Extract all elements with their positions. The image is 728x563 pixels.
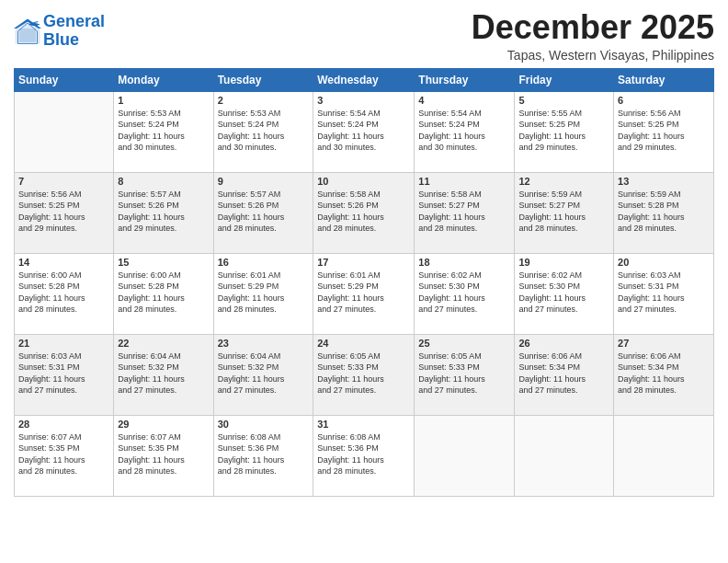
calendar-cell: 9Sunrise: 5:57 AM Sunset: 5:26 PM Daylig… (213, 172, 313, 253)
day-info: Sunrise: 5:54 AM Sunset: 5:24 PM Dayligh… (418, 108, 510, 154)
day-number: 6 (618, 95, 710, 106)
day-info: Sunrise: 6:08 AM Sunset: 5:36 PM Dayligh… (317, 431, 410, 477)
page: General Blue December 2025 Tapas, Wester… (0, 0, 728, 563)
day-number: 30 (218, 419, 310, 430)
calendar-cell: 31Sunrise: 6:08 AM Sunset: 5:36 PM Dayli… (313, 415, 415, 496)
logo-general: General (43, 12, 105, 30)
day-info: Sunrise: 5:56 AM Sunset: 5:25 PM Dayligh… (18, 189, 109, 235)
day-number: 31 (317, 419, 410, 430)
day-info: Sunrise: 6:04 AM Sunset: 5:32 PM Dayligh… (218, 350, 310, 396)
day-number: 15 (118, 257, 209, 268)
day-info: Sunrise: 5:59 AM Sunset: 5:28 PM Dayligh… (618, 189, 710, 235)
day-info: Sunrise: 6:03 AM Sunset: 5:31 PM Dayligh… (18, 350, 109, 396)
day-number: 26 (518, 338, 609, 349)
day-number: 2 (218, 95, 310, 106)
day-number: 9 (218, 176, 310, 187)
calendar-cell: 13Sunrise: 5:59 AM Sunset: 5:28 PM Dayli… (614, 172, 714, 253)
weekday-header-tuesday: Tuesday (213, 68, 313, 91)
logo-blue: Blue (43, 30, 79, 49)
day-number: 23 (218, 338, 310, 349)
day-number: 13 (618, 176, 710, 187)
day-info: Sunrise: 5:56 AM Sunset: 5:25 PM Dayligh… (618, 108, 710, 154)
day-info: Sunrise: 5:53 AM Sunset: 5:24 PM Dayligh… (118, 108, 209, 154)
day-number: 14 (18, 257, 109, 268)
calendar-cell: 21Sunrise: 6:03 AM Sunset: 5:31 PM Dayli… (15, 334, 114, 415)
calendar-cell: 17Sunrise: 6:01 AM Sunset: 5:29 PM Dayli… (313, 253, 415, 334)
calendar-cell: 7Sunrise: 5:56 AM Sunset: 5:25 PM Daylig… (15, 172, 114, 253)
day-number: 12 (518, 176, 609, 187)
day-info: Sunrise: 6:01 AM Sunset: 5:29 PM Dayligh… (317, 270, 410, 316)
day-info: Sunrise: 6:03 AM Sunset: 5:31 PM Dayligh… (618, 270, 710, 316)
calendar-cell: 1Sunrise: 5:53 AM Sunset: 5:24 PM Daylig… (114, 91, 213, 172)
weekday-header-sunday: Sunday (15, 68, 114, 91)
day-number: 10 (317, 176, 410, 187)
day-info: Sunrise: 6:02 AM Sunset: 5:30 PM Dayligh… (518, 270, 609, 316)
day-number: 22 (118, 338, 209, 349)
day-number: 25 (418, 338, 510, 349)
day-info: Sunrise: 5:55 AM Sunset: 5:25 PM Dayligh… (518, 108, 609, 154)
calendar-cell: 11Sunrise: 5:58 AM Sunset: 5:27 PM Dayli… (415, 172, 515, 253)
calendar-cell: 22Sunrise: 6:04 AM Sunset: 5:32 PM Dayli… (114, 334, 213, 415)
day-number: 19 (518, 257, 609, 268)
calendar-cell: 27Sunrise: 6:06 AM Sunset: 5:34 PM Dayli… (614, 334, 714, 415)
day-number: 29 (118, 419, 209, 430)
calendar-cell (515, 415, 614, 496)
day-number: 7 (18, 176, 109, 187)
calendar-cell (415, 415, 515, 496)
day-info: Sunrise: 6:00 AM Sunset: 5:28 PM Dayligh… (118, 270, 209, 316)
month-title: December 2025 (472, 9, 714, 46)
day-number: 1 (118, 95, 209, 106)
logo-icon (14, 17, 41, 45)
calendar-cell: 18Sunrise: 6:02 AM Sunset: 5:30 PM Dayli… (415, 253, 515, 334)
weekday-header-monday: Monday (114, 68, 213, 91)
day-info: Sunrise: 5:57 AM Sunset: 5:26 PM Dayligh… (118, 189, 209, 235)
day-info: Sunrise: 6:05 AM Sunset: 5:33 PM Dayligh… (317, 350, 410, 396)
calendar-cell: 19Sunrise: 6:02 AM Sunset: 5:30 PM Dayli… (515, 253, 614, 334)
calendar-cell: 16Sunrise: 6:01 AM Sunset: 5:29 PM Dayli… (213, 253, 313, 334)
calendar-cell: 3Sunrise: 5:54 AM Sunset: 5:24 PM Daylig… (313, 91, 415, 172)
day-number: 3 (317, 95, 410, 106)
day-info: Sunrise: 6:01 AM Sunset: 5:29 PM Dayligh… (218, 270, 310, 316)
day-info: Sunrise: 5:53 AM Sunset: 5:24 PM Dayligh… (218, 108, 310, 154)
day-number: 20 (618, 257, 710, 268)
calendar-cell: 24Sunrise: 6:05 AM Sunset: 5:33 PM Dayli… (313, 334, 415, 415)
logo-text: General Blue (43, 13, 105, 50)
calendar-cell: 10Sunrise: 5:58 AM Sunset: 5:26 PM Dayli… (313, 172, 415, 253)
calendar-cell: 2Sunrise: 5:53 AM Sunset: 5:24 PM Daylig… (213, 91, 313, 172)
day-info: Sunrise: 6:07 AM Sunset: 5:35 PM Dayligh… (18, 431, 109, 477)
calendar-week-row: 7Sunrise: 5:56 AM Sunset: 5:25 PM Daylig… (15, 172, 714, 253)
day-info: Sunrise: 6:06 AM Sunset: 5:34 PM Dayligh… (618, 350, 710, 396)
weekday-header-saturday: Saturday (614, 68, 714, 91)
calendar-cell: 15Sunrise: 6:00 AM Sunset: 5:28 PM Dayli… (114, 253, 213, 334)
calendar-cell: 26Sunrise: 6:06 AM Sunset: 5:34 PM Dayli… (515, 334, 614, 415)
day-number: 27 (618, 338, 710, 349)
day-number: 5 (518, 95, 609, 106)
day-info: Sunrise: 6:06 AM Sunset: 5:34 PM Dayligh… (518, 350, 609, 396)
calendar-cell: 8Sunrise: 5:57 AM Sunset: 5:26 PM Daylig… (114, 172, 213, 253)
location: Tapas, Western Visayas, Philippines (472, 48, 714, 63)
day-info: Sunrise: 6:04 AM Sunset: 5:32 PM Dayligh… (118, 350, 209, 396)
day-info: Sunrise: 6:08 AM Sunset: 5:36 PM Dayligh… (218, 431, 310, 477)
calendar-cell: 5Sunrise: 5:55 AM Sunset: 5:25 PM Daylig… (515, 91, 614, 172)
calendar-cell: 28Sunrise: 6:07 AM Sunset: 5:35 PM Dayli… (15, 415, 114, 496)
calendar-cell: 6Sunrise: 5:56 AM Sunset: 5:25 PM Daylig… (614, 91, 714, 172)
weekday-header-wednesday: Wednesday (313, 68, 415, 91)
day-info: Sunrise: 5:57 AM Sunset: 5:26 PM Dayligh… (218, 189, 310, 235)
day-number: 28 (18, 419, 109, 430)
day-number: 21 (18, 338, 109, 349)
calendar-cell: 12Sunrise: 5:59 AM Sunset: 5:27 PM Dayli… (515, 172, 614, 253)
day-info: Sunrise: 6:05 AM Sunset: 5:33 PM Dayligh… (418, 350, 510, 396)
calendar-table: SundayMondayTuesdayWednesdayThursdayFrid… (14, 68, 714, 497)
day-number: 16 (218, 257, 310, 268)
logo: General Blue (14, 13, 105, 50)
svg-rect-2 (19, 29, 36, 42)
calendar-cell: 20Sunrise: 6:03 AM Sunset: 5:31 PM Dayli… (614, 253, 714, 334)
calendar-cell: 4Sunrise: 5:54 AM Sunset: 5:24 PM Daylig… (415, 91, 515, 172)
day-info: Sunrise: 5:54 AM Sunset: 5:24 PM Dayligh… (317, 108, 410, 154)
calendar-cell: 29Sunrise: 6:07 AM Sunset: 5:35 PM Dayli… (114, 415, 213, 496)
day-info: Sunrise: 6:07 AM Sunset: 5:35 PM Dayligh… (118, 431, 209, 477)
calendar-week-row: 21Sunrise: 6:03 AM Sunset: 5:31 PM Dayli… (15, 334, 714, 415)
calendar-cell: 23Sunrise: 6:04 AM Sunset: 5:32 PM Dayli… (213, 334, 313, 415)
calendar-cell: 25Sunrise: 6:05 AM Sunset: 5:33 PM Dayli… (415, 334, 515, 415)
weekday-header-thursday: Thursday (415, 68, 515, 91)
